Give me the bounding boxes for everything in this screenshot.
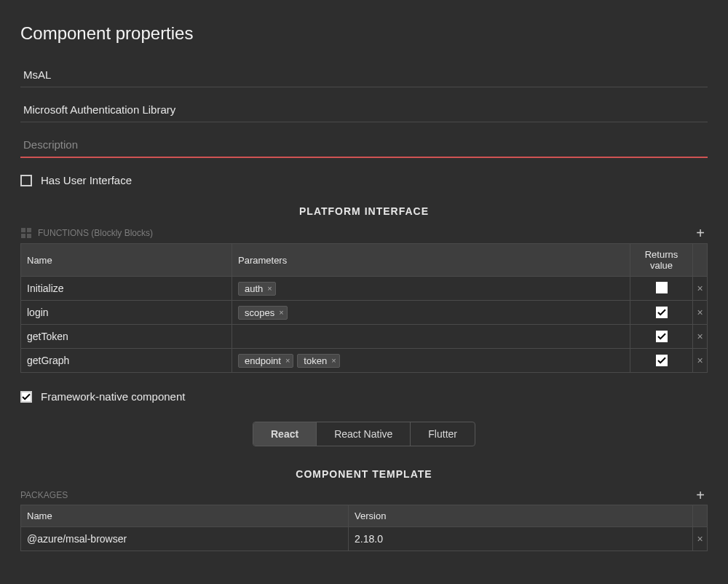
framework-native-label: Framework-native component — [41, 390, 185, 403]
page-title: Component properties — [20, 23, 708, 44]
component-name-input[interactable] — [20, 61, 708, 87]
delete-row-icon[interactable]: × — [697, 307, 703, 318]
component-template-heading: COMPONENT TEMPLATE — [20, 468, 708, 480]
svg-rect-3 — [27, 234, 31, 238]
remove-param-icon[interactable]: × — [267, 284, 272, 293]
returns-checkbox[interactable] — [656, 355, 668, 366]
packages-table: Name Version @azure/msal-browser2.18.0× — [20, 505, 708, 551]
remove-param-icon[interactable]: × — [279, 308, 283, 317]
packages-col-name: Name — [21, 505, 349, 527]
component-description-input[interactable] — [20, 131, 708, 158]
function-name-cell[interactable]: Initialize — [21, 277, 232, 301]
framework-option-react-native[interactable]: React Native — [317, 422, 411, 446]
table-row: @azure/msal-browser2.18.0× — [21, 527, 708, 551]
functions-col-parameters: Parameters — [232, 244, 630, 277]
function-name-cell[interactable]: getGraph — [21, 349, 232, 373]
function-params-cell[interactable] — [232, 325, 630, 349]
functions-col-name: Name — [21, 244, 232, 277]
function-params-cell[interactable]: scopes× — [232, 301, 630, 325]
function-name-cell[interactable]: login — [21, 301, 232, 325]
function-name-cell[interactable]: getToken — [21, 325, 232, 349]
param-tag[interactable]: token× — [297, 354, 339, 368]
delete-row-icon[interactable]: × — [697, 355, 703, 366]
returns-checkbox[interactable] — [656, 282, 668, 293]
package-version-cell[interactable]: 2.18.0 — [349, 527, 693, 551]
svg-rect-1 — [27, 228, 31, 232]
svg-rect-0 — [21, 228, 25, 232]
packages-label: PACKAGES — [20, 490, 68, 500]
blocks-icon — [20, 227, 32, 239]
param-tag[interactable]: scopes× — [238, 306, 288, 320]
functions-col-returns: Returns value — [630, 244, 693, 277]
has-ui-checkbox[interactable] — [20, 175, 32, 186]
framework-segmented: ReactReact NativeFlutter — [253, 422, 475, 446]
delete-row-icon[interactable]: × — [697, 283, 703, 294]
packages-col-version: Version — [349, 505, 693, 527]
returns-cell — [630, 301, 693, 325]
remove-param-icon[interactable]: × — [331, 356, 336, 365]
framework-native-checkbox[interactable] — [20, 391, 32, 403]
table-row: getToken× — [21, 325, 708, 349]
add-package-button[interactable]: + — [693, 490, 708, 500]
delete-row-icon[interactable]: × — [697, 533, 703, 545]
returns-checkbox[interactable] — [656, 331, 668, 342]
returns-checkbox[interactable] — [656, 307, 668, 318]
svg-rect-2 — [21, 234, 25, 238]
functions-label: FUNCTIONS (Blockly Blocks) — [38, 228, 153, 238]
platform-interface-heading: PLATFORM INTERFACE — [20, 205, 708, 217]
functions-table: Name Parameters Returns value Initialize… — [20, 243, 708, 373]
package-name-cell[interactable]: @azure/msal-browser — [21, 527, 349, 551]
add-function-button[interactable]: + — [693, 228, 708, 238]
remove-param-icon[interactable]: × — [285, 356, 290, 365]
framework-option-flutter[interactable]: Flutter — [411, 422, 475, 446]
returns-cell — [630, 325, 693, 349]
function-params-cell[interactable]: endpoint×token× — [232, 349, 630, 373]
delete-row-icon[interactable]: × — [697, 331, 703, 342]
table-row: loginscopes×× — [21, 301, 708, 325]
returns-cell — [630, 349, 693, 373]
has-ui-label: Has User Interface — [41, 174, 132, 186]
returns-cell — [630, 277, 693, 301]
table-row: Initializeauth×× — [21, 277, 708, 301]
param-tag[interactable]: endpoint× — [238, 354, 293, 368]
component-caption-input[interactable] — [20, 96, 708, 122]
function-params-cell[interactable]: auth× — [232, 277, 630, 301]
framework-option-react[interactable]: React — [253, 422, 317, 446]
table-row: getGraphendpoint×token×× — [21, 349, 708, 373]
param-tag[interactable]: auth× — [238, 282, 276, 296]
